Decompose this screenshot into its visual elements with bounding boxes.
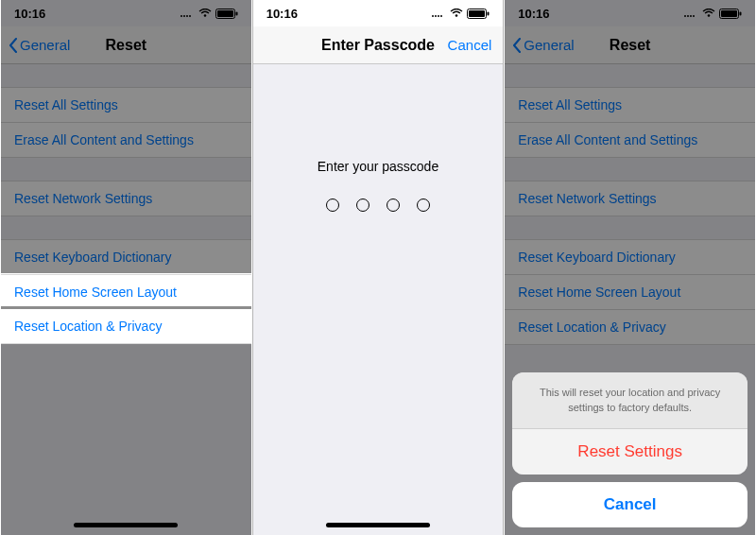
svg-point-3 [189,15,191,17]
wifi-icon [702,9,715,18]
row-label: Erase All Content and Settings [14,132,194,147]
row-reset-location-privacy[interactable]: Reset Location & Privacy [505,309,755,345]
passcode-prompt: Enter your passcode [253,159,504,174]
passcode-dot [417,198,430,212]
nav-bar: General Reset [1,26,251,64]
svg-rect-7 [235,11,237,15]
chevron-left-icon [9,38,18,53]
svg-rect-22 [721,10,737,17]
home-indicator [326,523,430,527]
row-label: Reset Location & Privacy [14,319,162,334]
action-sheet-card: This will reset your location and privac… [512,372,747,475]
svg-point-10 [438,15,439,17]
settings-group: Reset All Settings Erase All Content and… [505,87,755,158]
settings-group: Reset Keyboard Dictionary Reset Home Scr… [505,239,755,345]
status-indicators [180,9,238,19]
status-time: 10:16 [518,7,549,21]
settings-group: Reset Network Settings [505,181,755,216]
reset-settings-button[interactable]: Reset Settings [512,429,747,475]
row-reset-network[interactable]: Reset Network Settings [505,181,755,216]
row-reset-keyboard[interactable]: Reset Keyboard Dictionary [505,239,755,274]
page-title: Enter Passcode [321,37,435,54]
svg-point-17 [687,15,689,17]
row-label: Reset Keyboard Dictionary [518,250,676,265]
status-indicators [683,9,742,19]
svg-point-9 [435,15,437,17]
row-reset-keyboard[interactable]: Reset Keyboard Dictionary [1,239,251,274]
svg-rect-23 [739,11,741,15]
cancel-button[interactable]: Cancel [448,37,492,53]
svg-point-8 [432,15,434,17]
svg-rect-15 [488,11,490,15]
screen-passcode: 10:16 Enter Passcode Cancel Enter your p… [252,0,505,535]
wifi-icon [198,9,212,18]
row-label: Reset Home Screen Layout [518,285,680,300]
row-label: Reset Keyboard Dictionary [14,250,172,265]
row-reset-home[interactable]: Reset Home Screen Layout [1,274,251,309]
page-title: Reset [610,37,651,54]
svg-point-4 [203,14,206,17]
svg-point-18 [690,15,692,17]
cellular-icon [431,9,446,18]
battery-icon [215,9,238,19]
passcode-area: Enter your passcode [253,159,504,212]
passcode-dots[interactable] [253,198,504,212]
cellular-icon [683,9,698,18]
status-time: 10:16 [266,7,298,21]
screen-action-sheet: 10:16 General Reset Reset All Settings E… [504,0,756,535]
row-label: Reset All Settings [518,97,622,112]
settings-group: Reset All Settings Erase All Content and… [1,87,251,158]
cellular-icon [180,9,195,18]
svg-point-11 [440,15,442,17]
row-erase-all[interactable]: Erase All Content and Settings [1,122,251,158]
svg-point-16 [684,15,686,17]
row-erase-all[interactable]: Erase All Content and Settings [505,122,755,158]
passcode-dot [387,198,400,212]
row-reset-all[interactable]: Reset All Settings [1,87,251,122]
row-label: Erase All Content and Settings [518,132,697,147]
svg-rect-14 [469,10,485,17]
wifi-icon [450,9,463,18]
row-reset-location-privacy[interactable]: Reset Location & Privacy [1,309,251,344]
screen-reset-menu: 10:16 General Reset Reset All Settings E… [0,0,252,535]
back-label: General [524,37,574,53]
svg-point-2 [186,15,188,17]
action-sheet-message: This will reset your location and privac… [512,372,747,429]
home-indicator [74,523,178,527]
status-time: 10:16 [14,7,45,21]
passcode-dot [356,198,369,212]
svg-point-12 [455,14,458,17]
svg-point-20 [708,14,711,17]
row-reset-network[interactable]: Reset Network Settings [1,181,251,216]
action-sheet: This will reset your location and privac… [512,372,747,527]
battery-icon [467,9,490,19]
status-bar: 10:16 [253,0,504,26]
row-label: Reset Location & Privacy [518,319,665,335]
row-label: Reset Home Screen Layout [14,285,177,300]
back-button[interactable]: General [9,37,70,53]
row-label: Reset Network Settings [14,191,152,206]
back-label: General [20,37,70,53]
cancel-button[interactable]: Cancel [512,482,747,527]
back-button[interactable]: General [512,37,574,53]
svg-point-1 [183,15,185,17]
passcode-dot [326,198,339,212]
page-title: Reset [106,37,147,54]
settings-group: Reset Network Settings [1,181,251,216]
svg-point-0 [180,15,182,17]
svg-point-19 [693,15,695,17]
row-reset-all[interactable]: Reset All Settings [505,87,755,122]
row-reset-home[interactable]: Reset Home Screen Layout [505,274,755,309]
status-indicators [431,9,490,19]
chevron-left-icon [512,38,522,53]
settings-group: Reset Keyboard Dictionary Reset Home Scr… [1,239,251,344]
status-bar: 10:16 [1,0,251,26]
battery-icon [719,9,742,19]
svg-rect-6 [217,10,233,17]
nav-bar: Enter Passcode Cancel [253,26,504,64]
row-label: Reset Network Settings [518,191,656,206]
nav-bar: General Reset [505,26,755,64]
status-bar: 10:16 [505,0,755,26]
row-label: Reset All Settings [14,97,118,112]
